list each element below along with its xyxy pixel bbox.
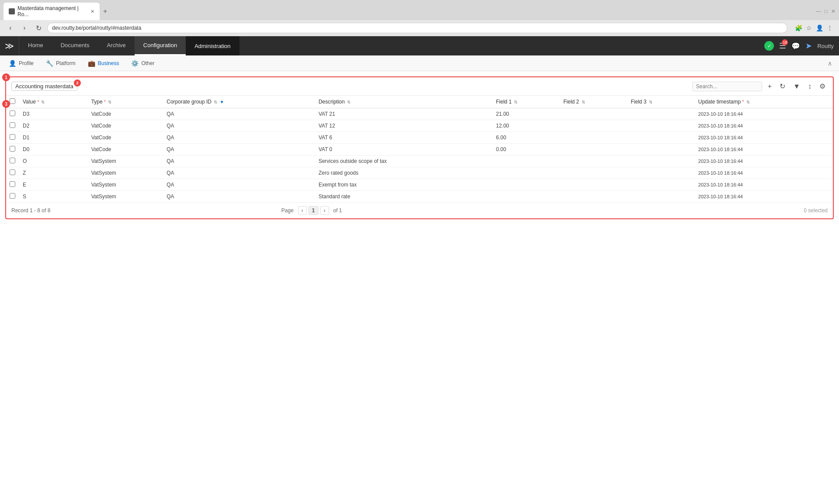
cell-value[interactable]: D1 [19, 132, 88, 144]
row-checkbox[interactable] [10, 122, 15, 128]
cell-type[interactable]: VatSystem [88, 191, 163, 203]
table-row[interactable]: D1 VatCode QA VAT 6 6.00 2023-10-10 18:1… [6, 132, 833, 144]
cell-field2[interactable] [560, 108, 627, 120]
cell-field1[interactable] [492, 179, 560, 191]
row-checkbox[interactable] [10, 146, 15, 152]
cell-type[interactable]: VatSystem [88, 167, 163, 179]
cell-value[interactable]: E [19, 179, 88, 191]
next-page-button[interactable]: › [320, 206, 329, 215]
cell-type[interactable]: VatSystem [88, 179, 163, 191]
window-close[interactable]: ✕ [831, 8, 836, 14]
header-description[interactable]: Description ⇅ [315, 96, 492, 108]
nav-item-archive[interactable]: Archive [98, 36, 134, 55]
back-button[interactable]: ‹ [5, 23, 16, 33]
sort-button[interactable]: ↕ [806, 81, 814, 92]
window-minimize[interactable]: — [816, 8, 821, 14]
new-tab-button[interactable]: + [101, 6, 109, 17]
second-nav-other[interactable]: ⚙️ Other [126, 58, 159, 69]
cell-field3[interactable] [628, 179, 695, 191]
bookmark-icon[interactable]: ☆ [805, 24, 813, 32]
cell-corp[interactable]: QA [163, 132, 315, 144]
cell-field1[interactable] [492, 167, 560, 179]
table-row[interactable]: E VatSystem QA Exempt from tax 2023-10-1… [6, 179, 833, 191]
header-type[interactable]: Type * ⇅ [88, 96, 163, 108]
cell-description[interactable]: VAT 6 [315, 132, 492, 144]
add-button[interactable]: + [766, 81, 774, 92]
select-all-checkbox[interactable] [10, 98, 15, 104]
notification-icon[interactable]: ☰ 18 [779, 41, 786, 51]
row-checkbox[interactable] [10, 181, 15, 187]
second-nav-platform[interactable]: 🔧 Platform [41, 58, 81, 69]
row-checkbox[interactable] [10, 193, 15, 199]
second-nav-business[interactable]: 💼 Business [83, 58, 125, 69]
filter-icon-corp[interactable]: ▼ [220, 100, 224, 104]
cell-field1[interactable]: 6.00 [492, 132, 560, 144]
nav-item-administration[interactable]: Administration [186, 36, 239, 55]
second-nav-profile[interactable]: 👤 Profile [3, 58, 39, 69]
sort-icon-field2[interactable]: ⇅ [582, 100, 585, 104]
nav-item-home[interactable]: Home [19, 36, 52, 55]
window-maximize[interactable]: □ [825, 8, 828, 14]
cell-value[interactable]: S [19, 191, 88, 203]
cell-corp[interactable]: QA [163, 120, 315, 132]
cell-description[interactable]: Standard rate [315, 191, 492, 203]
table-row[interactable]: D3 VatCode QA VAT 21 21.00 2023-10-10 18… [6, 108, 833, 120]
cell-field1[interactable]: 21.00 [492, 108, 560, 120]
cell-description[interactable]: Exempt from tax [315, 179, 492, 191]
table-row[interactable]: D2 VatCode QA VAT 12 12.00 2023-10-10 18… [6, 120, 833, 132]
cell-field3[interactable] [628, 144, 695, 155]
cell-field3[interactable] [628, 191, 695, 203]
row-checkbox[interactable] [10, 110, 15, 116]
nav-item-documents[interactable]: Documents [52, 36, 98, 55]
search-input[interactable] [692, 82, 762, 91]
settings-icon[interactable]: ⋮ [826, 24, 834, 32]
cell-field3[interactable] [628, 155, 695, 167]
cell-type[interactable]: VatCode [88, 120, 163, 132]
cell-value[interactable]: O [19, 155, 88, 167]
user-name-label[interactable]: Routty [817, 43, 834, 49]
cell-field2[interactable] [560, 132, 627, 144]
reload-button[interactable]: ↻ [33, 23, 44, 33]
cell-corp[interactable]: QA [163, 179, 315, 191]
current-page-button[interactable]: 1 [309, 206, 319, 215]
cell-field2[interactable] [560, 155, 627, 167]
cell-value[interactable]: D3 [19, 108, 88, 120]
sort-icon-desc[interactable]: ⇅ [347, 100, 350, 104]
cell-field1[interactable] [492, 191, 560, 203]
cell-corp[interactable]: QA [163, 108, 315, 120]
active-tab[interactable]: Masterdata management | Ro... ✕ [3, 3, 100, 20]
cell-description[interactable]: VAT 0 [315, 144, 492, 155]
cell-field3[interactable] [628, 167, 695, 179]
cell-field2[interactable] [560, 167, 627, 179]
cell-field3[interactable] [628, 132, 695, 144]
cell-corp[interactable]: QA [163, 191, 315, 203]
profile-icon[interactable]: 👤 [815, 24, 823, 32]
table-row[interactable]: Z VatSystem QA Zero rated goods 2023-10-… [6, 167, 833, 179]
cell-type[interactable]: VatCode [88, 108, 163, 120]
address-input[interactable] [47, 23, 787, 33]
sort-icon-ts[interactable]: ⇅ [746, 100, 750, 104]
forward-button[interactable]: › [19, 23, 30, 33]
cell-field2[interactable] [560, 179, 627, 191]
header-field2[interactable]: Field 2 ⇅ [560, 96, 627, 108]
row-checkbox[interactable] [10, 169, 15, 175]
row-checkbox[interactable] [10, 134, 15, 140]
refresh-button[interactable]: ↻ [777, 81, 787, 92]
sort-icon-field3[interactable]: ⇅ [649, 100, 652, 104]
cell-value[interactable]: D0 [19, 144, 88, 155]
header-field3[interactable]: Field 3 ⇅ [628, 96, 695, 108]
cell-description[interactable]: Zero rated goods [315, 167, 492, 179]
cell-field1[interactable]: 12.00 [492, 120, 560, 132]
table-title[interactable]: Accounting masterdata [11, 82, 77, 91]
nav-item-configuration[interactable]: Configuration [135, 36, 186, 55]
table-row[interactable]: D0 VatCode QA VAT 0 0.00 2023-10-10 18:1… [6, 144, 833, 155]
cell-type[interactable]: VatCode [88, 144, 163, 155]
cell-corp[interactable]: QA [163, 155, 315, 167]
settings-button[interactable]: ⚙ [817, 81, 828, 92]
cell-field2[interactable] [560, 191, 627, 203]
header-field1[interactable]: Field 1 ⇅ [492, 96, 560, 108]
cell-field1[interactable]: 0.00 [492, 144, 560, 155]
cell-value[interactable]: Z [19, 167, 88, 179]
extensions-icon[interactable]: 🧩 [794, 24, 802, 32]
header-corporate-group[interactable]: Corporate group ID ⇅ ▼ [163, 96, 315, 108]
